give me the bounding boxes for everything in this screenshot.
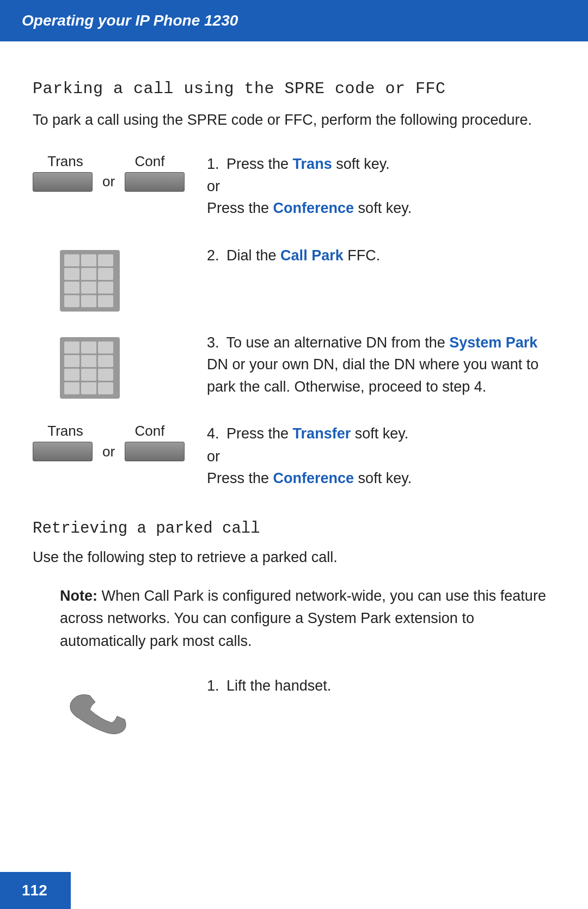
step3-text1: To use an alternative DN from the xyxy=(226,334,450,351)
step4-text3: Press the xyxy=(207,470,273,486)
key-5 xyxy=(81,268,96,280)
conf-label-1: Conf xyxy=(114,153,185,170)
step1-text1: Press the xyxy=(226,156,293,172)
step1-text4: soft key. xyxy=(354,200,412,216)
key2-star xyxy=(64,382,79,394)
section2-title: Retrieving a parked call xyxy=(33,520,555,538)
step4-text4: soft key. xyxy=(354,470,412,486)
step1-text2: soft key. xyxy=(332,156,390,172)
step4-num: 4. xyxy=(207,425,219,442)
key2-3 xyxy=(98,341,113,353)
handset-container xyxy=(49,686,174,735)
keypad-icon-2 xyxy=(60,337,120,392)
key-1 xyxy=(64,254,79,266)
key-9 xyxy=(98,282,113,294)
note-text: When Call Park is configured network-wid… xyxy=(60,588,546,650)
trans-button-1[interactable] xyxy=(33,172,93,192)
step2-text1: Dial the xyxy=(226,247,280,264)
or-label-1: or xyxy=(102,173,115,190)
step4-text: 4. Press the Transfer soft key. or Press… xyxy=(196,417,555,492)
conf-button-1[interactable] xyxy=(125,172,185,192)
soft-key-labels-2: Trans Conf xyxy=(33,423,185,440)
step1-or: or xyxy=(207,178,555,195)
step2-block: 2. Dial the Call Park FFC. xyxy=(33,239,555,310)
key2-9 xyxy=(98,369,113,381)
step4-or: or xyxy=(207,448,555,465)
trans-label-2: Trans xyxy=(33,423,98,440)
step2-image xyxy=(33,239,196,310)
step1-image: Trans Conf or xyxy=(33,148,196,192)
key2-pound xyxy=(98,382,113,394)
step2-line1: 2. Dial the Call Park FFC. xyxy=(207,245,555,267)
step3-num: 3. xyxy=(207,334,219,351)
transfer-link: Transfer xyxy=(293,425,351,442)
retrieve-step1-block: 1. Lift the handset. xyxy=(33,669,555,746)
section1-intro: To park a call using the SPRE code or FF… xyxy=(33,109,555,131)
trans-link: Trans xyxy=(293,156,332,172)
step4-text2: soft key. xyxy=(351,425,408,442)
step4-line2: Press the Conference soft key. xyxy=(207,467,555,490)
section1-title: Parking a call using the SPRE code or FF… xyxy=(33,80,555,98)
step4-text1: Press the xyxy=(226,425,293,442)
note-block: Note: When Call Park is configured netwo… xyxy=(60,585,555,654)
trans-label-1: Trans xyxy=(33,153,98,170)
step4-image: Trans Conf or xyxy=(33,417,196,461)
soft-key-labels-1: Trans Conf xyxy=(33,153,185,170)
step2-text: 2. Dial the Call Park FFC. xyxy=(196,239,555,270)
key-4 xyxy=(64,268,79,280)
key2-8 xyxy=(81,369,96,381)
keypad-grid-1 xyxy=(60,250,120,312)
step3-text2: DN or your own DN, dial the DN where you… xyxy=(207,356,538,395)
or-label-2: or xyxy=(102,443,115,460)
key2-5 xyxy=(81,355,96,367)
step3-image xyxy=(33,326,196,397)
keypad-icon-1 xyxy=(60,250,120,304)
step1-block: Trans Conf or 1. Press the Trans soft ke… xyxy=(33,148,555,223)
retrieve-step1-desc: Lift the handset. xyxy=(226,678,331,694)
conf-button-2[interactable] xyxy=(125,442,185,461)
note-bold: Note: xyxy=(60,588,97,604)
soft-key-row-1: or xyxy=(33,172,185,192)
step4-line1: 4. Press the Transfer soft key. xyxy=(207,423,555,445)
key-6 xyxy=(98,268,113,280)
page-content: Parking a call using the SPRE code or FF… xyxy=(0,41,588,806)
header-bar: Operating your IP Phone 1230 xyxy=(0,0,588,41)
keypad-grid-2 xyxy=(60,337,120,399)
step1-num: 1. xyxy=(207,156,219,172)
conference-link-2: Conference xyxy=(273,470,354,486)
key-0 xyxy=(81,295,96,307)
retrieve-step1-line1: 1. Lift the handset. xyxy=(207,675,555,697)
soft-key-row-2: or xyxy=(33,442,185,461)
key-7 xyxy=(64,282,79,294)
conference-link-1: Conference xyxy=(273,200,354,216)
handset-icon xyxy=(63,686,161,735)
trans-button-2[interactable] xyxy=(33,442,93,461)
step1-text3: Press the xyxy=(207,200,273,216)
key2-0 xyxy=(81,382,96,394)
key-8 xyxy=(81,282,96,294)
page-footer: 112 xyxy=(0,872,71,909)
step3-block: 3. To use an alternative DN from the Sys… xyxy=(33,326,555,401)
section2-intro: Use the following step to retrieve a par… xyxy=(33,546,555,569)
key-3 xyxy=(98,254,113,266)
key-star xyxy=(64,295,79,307)
retrieve-step1-num: 1. xyxy=(207,678,219,694)
step3-text: 3. To use an alternative DN from the Sys… xyxy=(196,326,555,401)
retrieve-step1-text: 1. Lift the handset. xyxy=(196,669,555,700)
systempark-link: System Park xyxy=(449,334,537,351)
key2-6 xyxy=(98,355,113,367)
step2-text2: FFC. xyxy=(344,247,381,264)
header-title: Operating your IP Phone 1230 xyxy=(22,12,238,29)
retrieve-step1-image xyxy=(33,669,196,746)
key-2 xyxy=(81,254,96,266)
page-number: 112 xyxy=(22,882,47,899)
key2-7 xyxy=(64,369,79,381)
step3-line1: 3. To use an alternative DN from the Sys… xyxy=(207,332,555,398)
step4-block: Trans Conf or 4. Press the Transfer soft… xyxy=(33,417,555,492)
key2-2 xyxy=(81,341,96,353)
step1-line1: 1. Press the Trans soft key. xyxy=(207,153,555,175)
key2-1 xyxy=(64,341,79,353)
key-pound xyxy=(98,295,113,307)
callpark-link: Call Park xyxy=(280,247,344,264)
step1-line2: Press the Conference soft key. xyxy=(207,197,555,219)
